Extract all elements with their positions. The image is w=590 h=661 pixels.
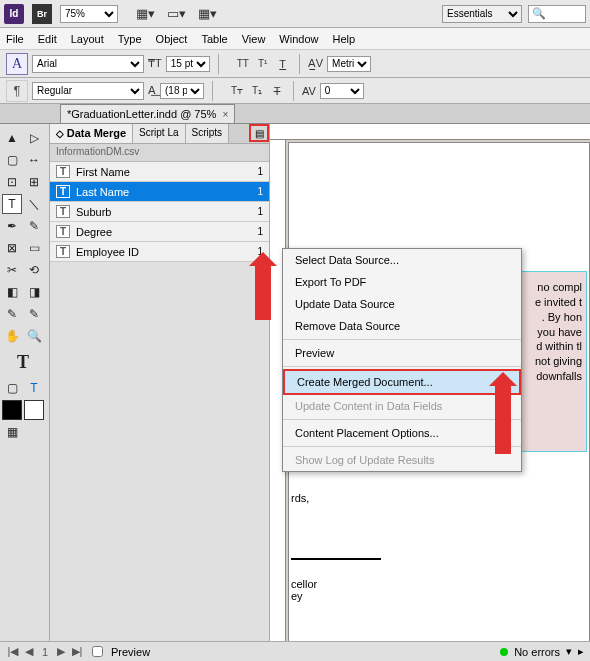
field-suburb[interactable]: TSuburb1: [50, 202, 269, 222]
menu-select-data-source[interactable]: Select Data Source...: [283, 249, 521, 271]
arrange-icon[interactable]: ▦▾: [198, 6, 217, 21]
hand-tool[interactable]: ✋: [2, 326, 22, 346]
content-tool[interactable]: ⊡: [2, 172, 22, 192]
transform-tool[interactable]: ⟲: [24, 260, 44, 280]
character-format-icon[interactable]: A: [6, 53, 28, 75]
annotation-arrow-2: [495, 384, 511, 454]
note-tool[interactable]: ✎: [2, 304, 22, 324]
menu-help[interactable]: Help: [332, 33, 355, 45]
tracking-select[interactable]: 0: [320, 83, 364, 99]
view-icons: ▦▾ ▭▾ ▦▾: [136, 6, 217, 21]
menu-export-pdf[interactable]: Export To PDF: [283, 271, 521, 293]
menu-show-log: Show Log of Update Results: [283, 449, 521, 471]
superscript-icon[interactable]: T¹: [255, 58, 271, 70]
stroke-swatch[interactable]: [24, 400, 44, 420]
font-size-icon: ₸T: [148, 57, 162, 70]
menu-update-data-source[interactable]: Update Data Source: [283, 293, 521, 315]
screen-mode-normal[interactable]: ▦: [2, 422, 22, 442]
zoom-select[interactable]: 75%: [60, 5, 118, 23]
pen-tool[interactable]: ✒: [2, 216, 22, 236]
direct-selection-tool[interactable]: ▷: [24, 128, 44, 148]
field-last-name[interactable]: TLast Name1: [50, 182, 269, 202]
fill-swatch[interactable]: [2, 400, 22, 420]
screen-mode-icon[interactable]: ▭▾: [167, 6, 186, 21]
zoom-tool[interactable]: 🔍: [24, 326, 44, 346]
tab-script-label[interactable]: Script La: [133, 124, 185, 143]
menu-view[interactable]: View: [242, 33, 266, 45]
font-size-select[interactable]: 15 pt: [166, 56, 210, 72]
rectangle-tool[interactable]: ▭: [24, 238, 44, 258]
horizontal-ruler: [270, 124, 590, 140]
allcaps-icon[interactable]: TT: [235, 58, 251, 70]
annotation-arrow-1: [255, 264, 271, 320]
app-icon-indesign: Id: [4, 4, 24, 24]
panel-flyout-button[interactable]: ▤: [249, 124, 269, 142]
close-tab-icon[interactable]: ×: [222, 109, 228, 120]
font-style-select[interactable]: Regular: [32, 82, 144, 100]
font-family-select[interactable]: Arial: [32, 55, 144, 73]
gap-tool[interactable]: ↔: [24, 150, 44, 170]
divider: [293, 81, 294, 101]
document-tab[interactable]: *GraduationLetter.indd @ 75% ×: [60, 104, 235, 123]
paragraph-format-icon[interactable]: ¶: [6, 80, 28, 102]
gradient-feather-tool[interactable]: ◨: [24, 282, 44, 302]
chevron-icon[interactable]: ▾: [566, 645, 572, 658]
panel-flyout-menu: Select Data Source... Export To PDF Upda…: [282, 248, 522, 472]
menu-create-merged-document[interactable]: Create Merged Document...: [283, 369, 521, 395]
kerning-select[interactable]: Metrics: [327, 56, 371, 72]
menu-table[interactable]: Table: [201, 33, 227, 45]
strike-icon[interactable]: T: [269, 85, 285, 97]
field-first-name[interactable]: TFirst Name1: [50, 162, 269, 182]
fill-stroke-swap[interactable]: T: [2, 348, 44, 376]
menu-edit[interactable]: Edit: [38, 33, 57, 45]
leading-select[interactable]: (18 pt): [160, 83, 204, 99]
divider: [299, 54, 300, 74]
menu-icon: ▤: [255, 128, 264, 139]
menu-content-placement-options[interactable]: Content Placement Options...: [283, 422, 521, 444]
divider: [218, 54, 219, 74]
menu-window[interactable]: Window: [279, 33, 318, 45]
type-tool[interactable]: T: [2, 194, 22, 214]
page-tool[interactable]: ▢: [2, 150, 22, 170]
menu-file[interactable]: File: [6, 33, 24, 45]
selection-tool[interactable]: ▲: [2, 128, 22, 148]
workspace-select[interactable]: Essentials: [442, 5, 522, 23]
page-nav[interactable]: |◀◀1▶▶|: [6, 645, 84, 658]
subscript-icon[interactable]: T₁: [249, 85, 265, 97]
field-degree[interactable]: TDegree1: [50, 222, 269, 242]
menu-type[interactable]: Type: [118, 33, 142, 45]
content-collector-tool[interactable]: ⊞: [24, 172, 44, 192]
document-tab-label: *GraduationLetter.indd @ 75%: [67, 108, 216, 120]
field-employee-id[interactable]: TEmployee ID1: [50, 242, 269, 262]
bridge-icon[interactable]: Br: [32, 4, 52, 24]
eyedropper-tool[interactable]: ✎: [24, 304, 44, 324]
tab-data-merge[interactable]: ◇ Data Merge: [50, 124, 133, 143]
menu-remove-data-source[interactable]: Remove Data Source: [283, 315, 521, 337]
separator: [283, 446, 521, 447]
underline-icon[interactable]: T: [275, 58, 291, 70]
tab-scripts[interactable]: Scripts: [186, 124, 230, 143]
expand-icon[interactable]: ▸: [578, 645, 584, 658]
preview-label: Preview: [111, 646, 150, 658]
format-text-icon[interactable]: T: [24, 378, 44, 398]
gradient-swatch-tool[interactable]: ◧: [2, 282, 22, 302]
view-options-icon[interactable]: ▦▾: [136, 6, 155, 21]
smallcaps-icon[interactable]: Tᴛ: [229, 85, 245, 97]
menubar: File Edit Layout Type Object Table View …: [0, 28, 590, 50]
signature-block: rds, cellor ey: [291, 492, 587, 602]
scissors-tool[interactable]: ✂: [2, 260, 22, 280]
pencil-tool[interactable]: ✎: [24, 216, 44, 236]
line-tool[interactable]: ＼: [24, 194, 44, 214]
search-icon: 🔍: [532, 7, 546, 20]
preview-checkbox[interactable]: [92, 646, 103, 657]
menu-object[interactable]: Object: [156, 33, 188, 45]
menu-preview[interactable]: Preview: [283, 342, 521, 364]
search-box[interactable]: 🔍: [528, 5, 586, 23]
separator: [283, 366, 521, 367]
frame-tool[interactable]: ⊠: [2, 238, 22, 258]
format-container-icon[interactable]: ▢: [2, 378, 22, 398]
toolbox: ▲ ▷ ▢ ↔ ⊡ ⊞ T ＼ ✒ ✎ ⊠ ▭ ✂ ⟲ ◧ ◨ ✎ ✎ ✋ 🔍 …: [0, 124, 50, 658]
errors-label: No errors: [514, 646, 560, 658]
menu-layout[interactable]: Layout: [71, 33, 104, 45]
divider: [212, 81, 213, 101]
